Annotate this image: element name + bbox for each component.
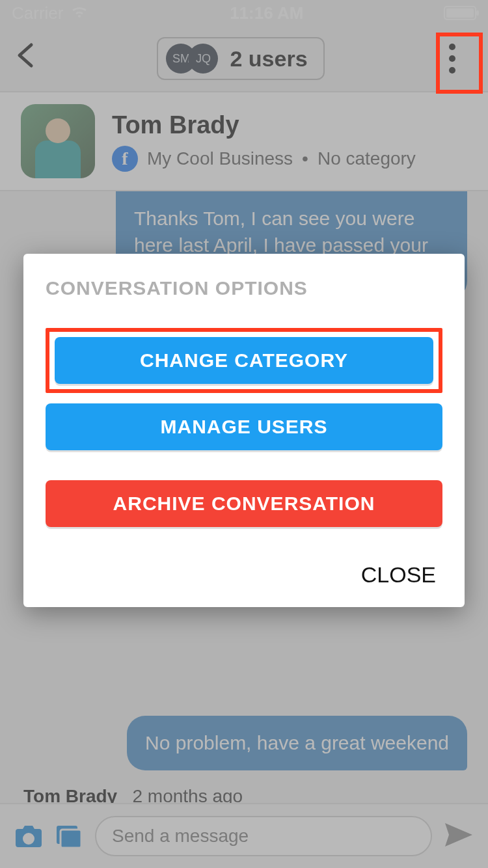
- wifi-icon: [70, 3, 89, 23]
- users-pill[interactable]: SM JQ 2 users: [157, 37, 324, 80]
- user-avatars: SM JQ: [166, 44, 218, 74]
- send-button[interactable]: [444, 822, 474, 850]
- message-outgoing: No problem, have a great weekend: [127, 716, 467, 771]
- users-count-label: 2 users: [230, 46, 307, 72]
- carrier-label: Carrier: [12, 3, 63, 23]
- close-button[interactable]: CLOSE: [46, 562, 442, 588]
- contact-avatar: [21, 104, 95, 178]
- avatar-jq: JQ: [188, 44, 218, 74]
- annotation-highlight-more: [436, 33, 483, 94]
- contact-header[interactable]: Tom Brady f My Cool Business • No catego…: [0, 91, 488, 191]
- back-button[interactable]: [13, 41, 52, 77]
- message-input[interactable]: [95, 816, 432, 856]
- business-label: My Cool Business: [147, 148, 293, 169]
- separator-dot: •: [302, 148, 308, 169]
- facebook-icon: f: [112, 146, 138, 172]
- archive-conversation-button[interactable]: ARCHIVE CONVERSATION: [46, 480, 442, 527]
- conversation-options-modal: CONVERSATION OPTIONS CHANGE CATEGORY MAN…: [23, 254, 465, 607]
- clock: 11:16 AM: [230, 3, 303, 23]
- modal-title: CONVERSATION OPTIONS: [46, 277, 442, 299]
- camera-icon[interactable]: [14, 824, 43, 848]
- status-bar: Carrier 11:16 AM: [0, 0, 488, 26]
- change-category-button[interactable]: CHANGE CATEGORY: [55, 337, 433, 384]
- svg-rect-1: [61, 830, 81, 848]
- chat-header: SM JQ 2 users: [0, 26, 488, 91]
- contact-name: Tom Brady: [112, 111, 416, 139]
- battery-icon: [444, 6, 476, 20]
- composer: [0, 803, 488, 868]
- annotation-highlight-change-category: CHANGE CATEGORY: [46, 328, 442, 393]
- manage-users-button[interactable]: MANAGE USERS: [46, 403, 442, 450]
- gallery-icon[interactable]: [55, 824, 83, 848]
- category-label: No category: [318, 148, 416, 169]
